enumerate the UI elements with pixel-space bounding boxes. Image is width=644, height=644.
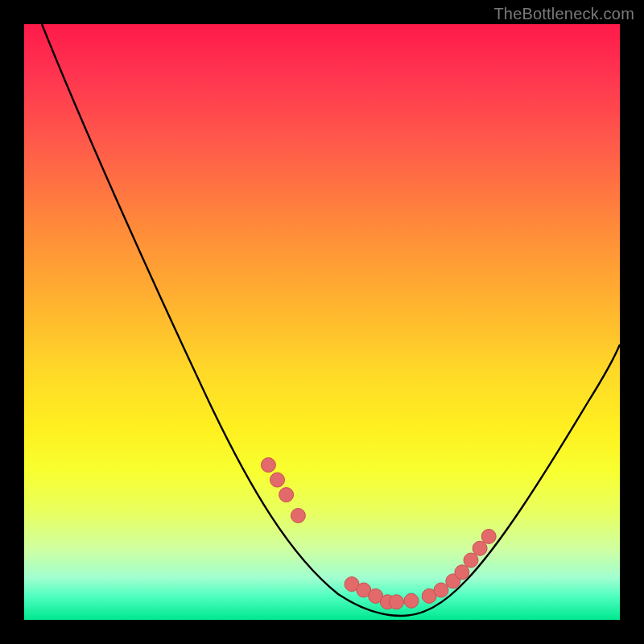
marker-point xyxy=(481,529,496,543)
marker-point xyxy=(434,583,448,597)
plot-area xyxy=(24,24,620,620)
watermark-text: TheBottleneck.com xyxy=(493,5,634,23)
marker-point xyxy=(404,593,419,608)
bottleneck-curve xyxy=(42,24,620,616)
curve-svg xyxy=(24,24,620,620)
marker-point xyxy=(291,509,305,523)
marker-point xyxy=(473,541,487,555)
chart-container: TheBottleneck.com xyxy=(0,0,644,644)
marker-point xyxy=(279,488,294,502)
marker-point xyxy=(261,458,275,473)
marker-point xyxy=(270,473,285,487)
marker-point xyxy=(390,595,404,609)
marker-point xyxy=(464,553,478,568)
marker-point xyxy=(455,565,469,580)
